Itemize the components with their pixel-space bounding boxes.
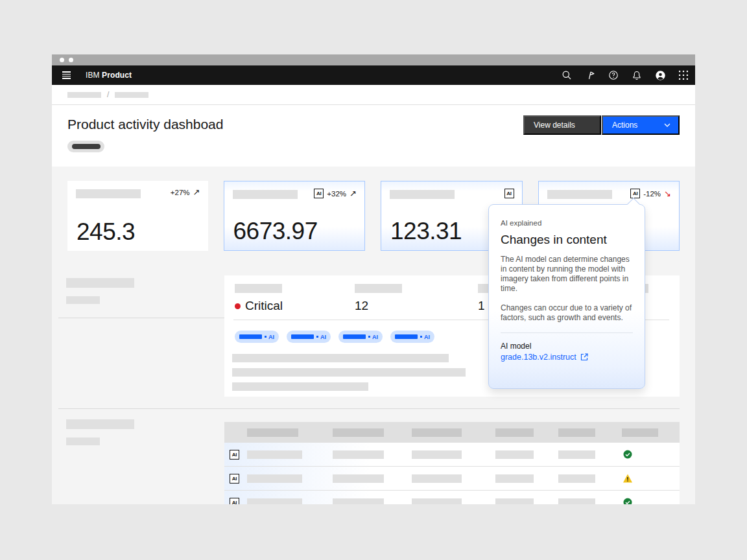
column-header-skeleton[interactable] (558, 428, 595, 437)
cell-skeleton (247, 498, 302, 504)
stat-value-text: 1 (478, 299, 485, 313)
pill-ai-label: AI (372, 334, 378, 340)
notifications-button[interactable] (625, 65, 648, 85)
ai-tag-pill[interactable]: AI (235, 331, 279, 343)
status-warning-icon (622, 473, 633, 484)
table-row[interactable]: AI (224, 467, 680, 491)
hamburger-icon (62, 71, 71, 79)
section-sublabel-skeleton (66, 296, 100, 304)
cell-skeleton (333, 474, 384, 483)
actions-button[interactable]: Actions (602, 115, 680, 135)
cell-skeleton (558, 498, 595, 504)
pill-dot-icon (368, 336, 370, 338)
column-header-skeleton[interactable] (495, 428, 534, 437)
ai-tag-pill[interactable]: AI (287, 331, 331, 343)
column-header-skeleton[interactable] (412, 428, 462, 437)
metric-value: 6673.97 (233, 218, 318, 245)
app-header: IBM Product (52, 65, 695, 85)
pill-skeleton-bar (239, 334, 262, 339)
ai-explained-popover: AI explained Changes in content The AI m… (488, 204, 645, 389)
cell-skeleton (495, 450, 534, 459)
text-skeleton-line (232, 368, 466, 377)
page-header: Product activity dashboad View details A… (52, 105, 695, 167)
ai-tag-pill[interactable]: AI (338, 331, 383, 343)
cell-skeleton (412, 450, 462, 459)
pill-dot-icon (420, 336, 422, 338)
ai-label-badge[interactable]: AI (630, 189, 640, 198)
wayfinding-icon (585, 70, 595, 80)
cell-skeleton (495, 498, 534, 504)
stat-value-text: 12 (355, 299, 368, 313)
popover-divider (501, 332, 633, 333)
pill-skeleton-bar (395, 334, 418, 339)
ai-label-badge[interactable]: AI (230, 450, 239, 460)
wayfinding-button[interactable] (578, 65, 602, 85)
stat-label-skeleton (355, 284, 402, 293)
ai-label-badge[interactable]: AI (230, 474, 239, 484)
breadcrumb-skeleton[interactable] (115, 92, 148, 98)
text-skeleton-line (232, 354, 449, 362)
metric-value: 123.31 (390, 218, 462, 245)
account-button[interactable] (648, 65, 672, 85)
column-header-skeleton[interactable] (622, 428, 658, 437)
section-divider (58, 408, 680, 409)
cell-skeleton (333, 498, 384, 504)
trend-down-icon: ↘ (664, 189, 671, 198)
section-sublabel-skeleton (66, 438, 100, 445)
help-button[interactable] (602, 65, 625, 85)
avatar-icon (655, 70, 666, 81)
metric-value: 245.3 (77, 218, 135, 246)
status-success-icon (622, 497, 633, 504)
page-title: Product activity dashboad (67, 117, 223, 132)
section-label-skeleton (66, 419, 134, 429)
table-row[interactable]: AI (224, 443, 680, 467)
actions-button-label: Actions (612, 121, 637, 130)
cell-skeleton (412, 474, 462, 483)
hamburger-menu-button[interactable] (58, 65, 74, 85)
table-header-row (224, 422, 680, 443)
ai-label-badge[interactable]: AI (504, 189, 514, 198)
browser-title-bar (52, 54, 695, 65)
brand[interactable]: IBM Product (86, 71, 132, 80)
cell-skeleton (247, 474, 302, 483)
ai-label-badge[interactable]: AI (230, 498, 239, 504)
chevron-down-icon (664, 123, 670, 127)
column-header-skeleton[interactable] (247, 428, 298, 437)
breadcrumb-separator: / (107, 90, 109, 99)
app-switcher-button[interactable] (672, 65, 695, 85)
pill-ai-label: AI (424, 334, 430, 340)
trend-up-icon: ↗ (193, 188, 200, 196)
stat-value-text: Critical (245, 299, 283, 313)
search-icon (562, 70, 572, 80)
window-control-dot[interactable] (69, 58, 73, 62)
breadcrumb-skeleton[interactable] (67, 92, 101, 98)
section-label-skeleton (66, 278, 134, 288)
ai-label-badge[interactable]: AI (314, 189, 324, 198)
trend-value: +32% (327, 190, 346, 198)
brand-name: Product (102, 71, 132, 80)
bell-icon (632, 70, 642, 80)
app-switcher-icon (679, 71, 688, 80)
view-details-button[interactable]: View details (523, 115, 601, 135)
stat-count: 12 (355, 284, 402, 313)
metric-card-ai[interactable]: AI +32% ↗ 6673.97 (224, 181, 366, 251)
pill-skeleton-bar (343, 334, 366, 339)
popover-title: Changes in content (501, 233, 633, 247)
breadcrumb: / (52, 85, 695, 105)
popover-paragraph: Changes can occur due to a variety of fa… (501, 303, 633, 323)
card-title-skeleton (233, 190, 298, 199)
table-row[interactable]: AI (224, 491, 680, 504)
ai-pills-row: AI AI AI AI (235, 331, 434, 343)
window-control-dot[interactable] (60, 58, 64, 62)
text-skeleton-line (232, 382, 368, 391)
ai-tag-pill[interactable]: AI (390, 331, 434, 343)
ai-model-link-text: grade.13b.v2.instruct (501, 353, 576, 362)
help-icon (608, 70, 619, 80)
launch-icon (580, 353, 588, 361)
ai-model-link[interactable]: grade.13b.v2.instruct (501, 353, 633, 362)
metric-card[interactable]: +27% ↗ 245.3 (67, 181, 208, 251)
search-button[interactable] (555, 65, 578, 85)
cell-skeleton (333, 450, 384, 459)
cell-skeleton (412, 498, 462, 504)
column-header-skeleton[interactable] (333, 428, 384, 437)
